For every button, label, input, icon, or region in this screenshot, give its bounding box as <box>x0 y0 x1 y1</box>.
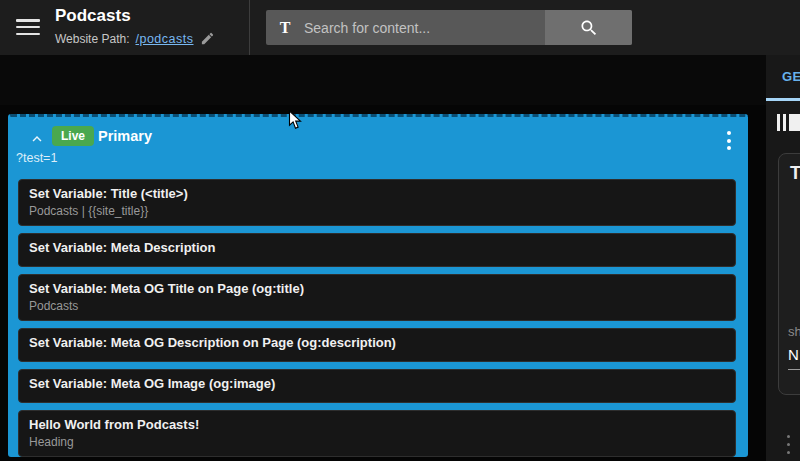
app-window: Podcasts Website Path: /podcasts T <box>0 0 800 461</box>
search-input[interactable] <box>304 20 545 36</box>
page-title: Podcasts <box>55 6 131 26</box>
item-subtitle: Podcasts <box>29 298 725 314</box>
edit-pencil-icon[interactable] <box>200 31 215 46</box>
search-icon <box>579 18 599 38</box>
card-heading: T <box>790 163 800 184</box>
status-badge: Live <box>52 126 94 146</box>
item-title: Set Variable: Meta Description <box>29 239 725 257</box>
chevron-up-icon[interactable] <box>28 130 46 148</box>
item-title: Set Variable: Meta OG Description on Pag… <box>29 334 725 352</box>
item-title: Set Variable: Meta OG Image (og:image) <box>29 375 725 393</box>
kebab-menu-icon[interactable] <box>724 128 734 153</box>
top-bar: Podcasts Website Path: /podcasts T <box>0 0 800 55</box>
toolbar: Original Order <box>0 55 766 105</box>
list-item[interactable]: Hello World from Podcasts! Heading <box>18 410 736 457</box>
search-button[interactable] <box>545 10 632 45</box>
website-path: Website Path: /podcasts <box>55 31 215 46</box>
list-item[interactable]: Set Variable: Meta OG Description on Pag… <box>18 328 736 362</box>
list-item[interactable]: Set Variable: Meta OG Image (og:image) <box>18 369 736 403</box>
item-title: Set Variable: Title (<title>) <box>29 185 725 203</box>
tab-general[interactable]: GEN <box>782 69 800 84</box>
item-title: Hello World from Podcasts! <box>29 416 725 434</box>
item-title: Set Variable: Meta OG Title on Page (og:… <box>29 280 725 298</box>
list-item[interactable]: Set Variable: Title (<title>) Podcasts |… <box>18 179 736 226</box>
primary-group-header: Live Primary ?test=1 <box>8 117 748 173</box>
main-content: Live Primary ?test=1 Set Variable: Title… <box>0 105 766 461</box>
primary-group-panel: Live Primary ?test=1 Set Variable: Title… <box>8 114 748 457</box>
hamburger-menu-icon[interactable] <box>16 16 40 38</box>
search-box: T <box>266 10 632 45</box>
website-path-link[interactable]: /podcasts <box>135 32 193 46</box>
right-panel: GEN T sh N <box>766 55 800 461</box>
item-subtitle: Podcasts | {{site_title}} <box>29 203 725 219</box>
card-field-input[interactable]: N <box>788 346 800 370</box>
text-type-icon: T <box>266 19 304 37</box>
vertical-dots-icon[interactable] <box>787 435 790 454</box>
view-columns-icon[interactable] <box>777 114 800 131</box>
right-panel-tabs: GEN <box>766 55 800 101</box>
topbar-divider <box>249 0 250 55</box>
item-subtitle: Heading <box>29 434 725 450</box>
website-path-label: Website Path: <box>55 32 129 46</box>
group-title: Primary <box>98 128 152 144</box>
item-list: Set Variable: Title (<title>) Podcasts |… <box>18 179 736 461</box>
group-subtitle: ?test=1 <box>16 151 57 165</box>
right-panel-card: T sh N <box>778 153 800 395</box>
list-item[interactable]: Set Variable: Meta Description <box>18 233 736 267</box>
card-field-label: sh <box>788 324 800 339</box>
list-item[interactable]: Set Variable: Meta OG Title on Page (og:… <box>18 274 736 321</box>
